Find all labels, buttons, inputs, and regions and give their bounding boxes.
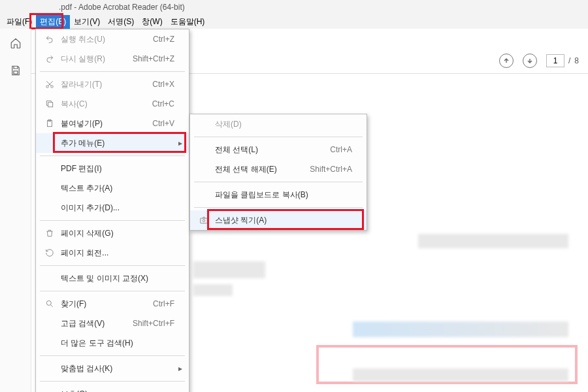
blurred-content xyxy=(193,284,233,296)
edit-menu-item-21[interactable]: 맞춤법 검사(K)▸ xyxy=(36,359,189,378)
page-number-input[interactable] xyxy=(546,54,564,67)
edit-menu-item-8[interactable]: PDF 편집(I) xyxy=(36,159,189,178)
cut-icon xyxy=(42,80,57,89)
edit-menu-item-4: 복사(C)Ctrl+C xyxy=(36,94,189,114)
menu-item-accel: Ctrl+C xyxy=(116,99,174,108)
menu-separator xyxy=(194,182,363,182)
menu-item-label: 스냅샷 찍기(A) xyxy=(211,215,352,226)
menu-2[interactable]: 보기(V) xyxy=(70,15,104,29)
edit-menu-item-1: 다시 실행(R)Shift+Ctrl+Z xyxy=(36,49,189,69)
menu-item-accel: Ctrl+Z xyxy=(116,35,174,44)
home-button[interactable] xyxy=(7,34,25,52)
menu-0[interactable]: 파일(F) xyxy=(3,15,36,29)
menu-item-label: 이미지 추가(D)... xyxy=(57,203,174,214)
sub-menu-item-7[interactable]: 스냅샷 찍기(A) xyxy=(190,210,367,230)
blurred-content xyxy=(418,234,568,248)
edit-menu-item-19[interactable]: 더 많은 도구 검색(H) xyxy=(36,333,189,353)
page-separator: / xyxy=(568,56,570,65)
menu-separator xyxy=(40,291,185,291)
edit-menu-item-0: 실행 취소(U)Ctrl+Z xyxy=(36,29,189,49)
blurred-content xyxy=(193,261,265,278)
additional-menu-submenu: 삭제(D)전체 선택(L)Ctrl+A전체 선택 해제(E)Shift+Ctrl… xyxy=(189,114,367,231)
blurred-content xyxy=(353,321,568,337)
submenu-arrow-icon: ▸ xyxy=(178,364,182,373)
edit-menu-item-3: 잘라내기(T)Ctrl+X xyxy=(36,74,189,94)
edit-menu-item-17[interactable]: 찾기(F)Ctrl+F xyxy=(36,294,189,314)
menu-item-label: 파일을 클립보드로 복사(B) xyxy=(211,189,352,201)
menu-item-label: 페이지 회전... xyxy=(57,248,174,259)
menu-4[interactable]: 창(W) xyxy=(138,15,166,29)
page-controls: / 8 xyxy=(499,54,579,68)
menu-item-label: 보호(O) xyxy=(57,389,174,393)
sub-menu-item-2[interactable]: 전체 선택(L)Ctrl+A xyxy=(190,140,367,159)
svg-rect-3 xyxy=(48,103,53,107)
edit-menu-item-12[interactable]: 페이지 삭제(G) xyxy=(36,223,189,243)
menu-item-label: 페이지 삭제(G) xyxy=(57,228,174,239)
camera-icon xyxy=(197,216,211,225)
menu-separator xyxy=(40,381,185,382)
menu-item-accel: Shift+Ctrl+Z xyxy=(113,54,174,63)
redo-icon xyxy=(42,54,57,63)
trash-icon xyxy=(42,229,57,238)
page-down-button[interactable] xyxy=(523,54,537,68)
edit-menu-item-6[interactable]: 추가 메뉴(E)▸ xyxy=(36,133,189,153)
edit-menu-item-23[interactable]: 보호(O)▸ xyxy=(36,384,189,392)
edit-menu-item-13[interactable]: 페이지 회전... xyxy=(36,243,189,263)
menu-item-label: 추가 메뉴(E) xyxy=(57,138,174,149)
submenu-arrow-icon: ▸ xyxy=(178,389,182,392)
edit-menu-item-5[interactable]: 붙여넣기(P)Ctrl+V xyxy=(36,114,189,133)
menu-separator xyxy=(40,355,185,356)
paste-icon xyxy=(42,119,57,128)
page-up-button[interactable] xyxy=(499,54,514,68)
undo-icon xyxy=(42,35,57,44)
rotate-icon xyxy=(42,248,57,257)
menu-separator xyxy=(194,207,363,208)
edit-menu-item-10[interactable]: 이미지 추가(D)... xyxy=(36,198,189,218)
menu-item-label: 찾기(F) xyxy=(57,299,116,310)
left-toolbar xyxy=(0,29,31,392)
page-total: 8 xyxy=(574,56,579,65)
menu-item-label: PDF 편집(I) xyxy=(57,163,174,174)
menu-separator xyxy=(40,220,185,221)
menu-item-label: 복사(C) xyxy=(57,99,116,110)
menu-item-label: 텍스트 및 이미지 교정(X) xyxy=(57,273,174,284)
edit-menu-item-15[interactable]: 텍스트 및 이미지 교정(X) xyxy=(36,269,189,288)
menu-separator xyxy=(194,137,363,137)
menu-item-accel: Ctrl+V xyxy=(116,119,174,128)
sub-menu-item-0: 삭제(D) xyxy=(190,114,367,134)
menu-item-label: 붙여넣기(P) xyxy=(57,118,116,129)
menu-item-label: 맞춤법 검사(K) xyxy=(57,363,174,374)
menu-item-label: 전체 선택(L) xyxy=(211,144,293,155)
menu-item-accel: Shift+Ctrl+A xyxy=(290,165,352,174)
menu-bar: 파일(F)편집(E)보기(V)서명(S)창(W)도움말(H) xyxy=(0,14,588,29)
menu-item-accel: Ctrl+F xyxy=(116,299,174,308)
svg-rect-0 xyxy=(14,71,18,74)
menu-separator xyxy=(40,265,185,266)
menu-separator xyxy=(40,155,185,156)
sub-menu-item-5[interactable]: 파일을 클립보드로 복사(B) xyxy=(190,185,367,204)
menu-1[interactable]: 편집(E) xyxy=(36,15,70,29)
svg-point-6 xyxy=(46,301,51,305)
blurred-content xyxy=(353,368,568,382)
svg-rect-7 xyxy=(201,218,208,223)
menu-item-accel: Shift+Ctrl+F xyxy=(113,319,174,328)
menu-separator xyxy=(40,71,185,72)
edit-menu-dropdown: 실행 취소(U)Ctrl+Z다시 실행(R)Shift+Ctrl+Z잘라내기(T… xyxy=(35,29,189,392)
sub-menu-item-3[interactable]: 전체 선택 해제(E)Shift+Ctrl+A xyxy=(190,159,367,179)
menu-3[interactable]: 서명(S) xyxy=(104,15,138,29)
window-title: .pdf - Adobe Acrobat Reader (64-bit) xyxy=(0,0,588,14)
svg-point-8 xyxy=(203,220,205,222)
menu-item-label: 실행 취소(U) xyxy=(57,34,116,45)
menu-item-label: 전체 선택 해제(E) xyxy=(211,164,290,175)
menu-item-accel: Ctrl+X xyxy=(116,80,174,89)
submenu-arrow-icon: ▸ xyxy=(178,139,182,148)
edit-menu-item-18[interactable]: 고급 검색(V)Shift+Ctrl+F xyxy=(36,314,189,333)
copy-icon xyxy=(42,99,57,108)
edit-menu-item-9[interactable]: 텍스트 추가(A) xyxy=(36,178,189,198)
menu-item-label: 텍스트 추가(A) xyxy=(57,183,174,194)
menu-item-label: 삭제(D) xyxy=(211,119,352,130)
menu-5[interactable]: 도움말(H) xyxy=(167,15,209,29)
save-button[interactable] xyxy=(7,61,25,80)
menu-item-label: 다시 실행(R) xyxy=(57,54,113,65)
menu-item-accel: Ctrl+A xyxy=(293,145,352,154)
